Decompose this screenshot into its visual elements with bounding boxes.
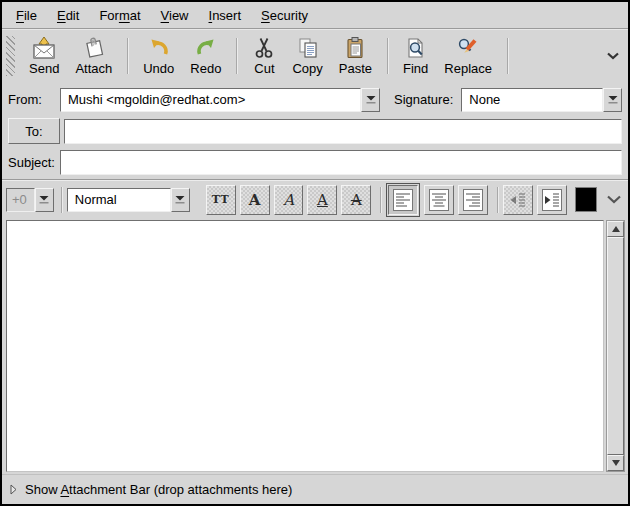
underline-toggle[interactable]: A bbox=[307, 185, 337, 215]
underline-icon: A bbox=[317, 191, 328, 209]
to-row: To: bbox=[2, 116, 628, 146]
format-separator bbox=[497, 187, 498, 213]
combo-arrow-icon bbox=[607, 94, 619, 105]
find-button[interactable]: Find bbox=[395, 33, 436, 79]
signature-dropdown-button[interactable] bbox=[603, 88, 622, 112]
toolbar-button-label: Cut bbox=[254, 61, 274, 76]
from-select-value: Mushi <mgoldin@redhat.com> bbox=[60, 88, 361, 112]
toolbar-separator bbox=[507, 38, 508, 74]
menu-format[interactable]: Format bbox=[91, 5, 148, 26]
toolbar-button-label: Copy bbox=[292, 61, 322, 76]
send-button[interactable]: Send bbox=[21, 33, 67, 79]
bold-toggle[interactable]: A bbox=[240, 185, 270, 215]
message-body-textarea[interactable] bbox=[6, 220, 604, 472]
signature-select[interactable]: None bbox=[461, 88, 622, 112]
format-toolbar: +0 Normal TT A A A A bbox=[2, 180, 628, 219]
send-mail-icon bbox=[32, 36, 56, 60]
paragraph-style-dropdown-button[interactable] bbox=[171, 188, 190, 212]
menu-edit[interactable]: Edit bbox=[49, 5, 87, 26]
undo-button[interactable]: Undo bbox=[135, 33, 182, 79]
font-color-swatch[interactable] bbox=[575, 187, 597, 212]
find-icon bbox=[404, 36, 428, 60]
toolbar-button-label: Redo bbox=[190, 61, 221, 76]
subject-row: Subject: bbox=[2, 146, 628, 179]
from-row: From: Mushi <mgoldin@redhat.com> Signatu… bbox=[2, 83, 628, 116]
menu-security[interactable]: Security bbox=[253, 5, 316, 26]
indent-button[interactable] bbox=[537, 185, 567, 215]
redo-button[interactable]: Redo bbox=[182, 33, 229, 79]
from-dropdown-button[interactable] bbox=[361, 88, 380, 112]
align-left-button[interactable] bbox=[388, 185, 418, 215]
message-body-area bbox=[2, 219, 628, 474]
attach-icon bbox=[82, 36, 106, 60]
strikethrough-toggle[interactable]: A bbox=[341, 185, 371, 215]
menu-file[interactable]: File bbox=[8, 5, 45, 26]
menu-view[interactable]: View bbox=[153, 5, 197, 26]
align-center-icon bbox=[429, 189, 449, 211]
toolbar-button-label: Send bbox=[29, 61, 59, 76]
undo-icon bbox=[147, 36, 171, 60]
scroll-down-button[interactable] bbox=[607, 455, 624, 471]
attachment-bar-label: Show Attachment Bar (drop attachments he… bbox=[25, 482, 292, 497]
strikethrough-icon: A bbox=[351, 191, 362, 209]
attach-button[interactable]: Attach bbox=[67, 33, 120, 79]
toolbar-grip[interactable] bbox=[6, 36, 15, 76]
menubar: File Edit Format View Insert Security bbox=[2, 2, 628, 29]
toolbar-overflow-chevron-icon[interactable] bbox=[604, 47, 622, 65]
cut-button[interactable]: Cut bbox=[244, 33, 284, 79]
combo-arrow-icon bbox=[38, 194, 50, 205]
unindent-button[interactable] bbox=[503, 185, 533, 215]
mail-composer-window: File Edit Format View Insert Security Se… bbox=[0, 0, 630, 506]
combo-arrow-icon bbox=[174, 194, 186, 205]
vertical-scrollbar[interactable] bbox=[606, 220, 625, 472]
menu-insert[interactable]: Insert bbox=[201, 5, 250, 26]
replace-icon bbox=[456, 36, 480, 60]
signature-select-value: None bbox=[461, 88, 603, 112]
toolbar-separator bbox=[236, 38, 237, 74]
paste-button[interactable]: Paste bbox=[331, 33, 380, 79]
typewriter-font-toggle[interactable]: TT bbox=[206, 185, 236, 215]
font-size-select[interactable]: +0 bbox=[6, 188, 54, 212]
scroll-up-button[interactable] bbox=[607, 221, 624, 237]
paste-icon bbox=[343, 36, 367, 60]
signature-label: Signature: bbox=[394, 92, 453, 107]
replace-button[interactable]: Replace bbox=[436, 33, 500, 79]
format-overflow-chevron-icon[interactable] bbox=[605, 190, 624, 210]
scroll-up-arrow-icon bbox=[612, 226, 620, 232]
format-separator bbox=[380, 187, 381, 213]
expander-triangle-icon bbox=[10, 484, 17, 495]
bold-icon: A bbox=[249, 191, 261, 209]
typewriter-icon: TT bbox=[212, 193, 230, 206]
main-toolbar: Send Attach U bbox=[2, 29, 628, 83]
toolbar-button-label: Undo bbox=[143, 61, 174, 76]
cut-icon bbox=[252, 36, 276, 60]
to-input[interactable] bbox=[64, 119, 622, 144]
toolbar-button-label: Paste bbox=[339, 61, 372, 76]
align-right-button[interactable] bbox=[458, 185, 488, 215]
font-size-value: +0 bbox=[6, 188, 35, 212]
indent-icon bbox=[542, 189, 562, 211]
toolbar-separator bbox=[127, 38, 128, 74]
align-left-icon bbox=[393, 189, 413, 211]
editor-frame: +0 Normal TT A A A A bbox=[2, 179, 628, 474]
attachment-bar-toggle[interactable]: Show Attachment Bar (drop attachments he… bbox=[2, 474, 628, 504]
subject-input[interactable] bbox=[60, 150, 622, 175]
font-size-dropdown-button[interactable] bbox=[35, 188, 54, 212]
redo-icon bbox=[194, 36, 218, 60]
align-center-button[interactable] bbox=[424, 185, 454, 215]
scroll-down-arrow-icon bbox=[612, 460, 620, 466]
toolbar-button-label: Find bbox=[403, 61, 428, 76]
unindent-icon bbox=[508, 189, 528, 211]
toolbar-button-label: Replace bbox=[444, 61, 492, 76]
toolbar-button-label: Attach bbox=[75, 61, 112, 76]
to-button[interactable]: To: bbox=[8, 118, 60, 144]
format-separator bbox=[61, 187, 62, 213]
italic-toggle[interactable]: A bbox=[274, 185, 304, 215]
copy-button[interactable]: Copy bbox=[284, 33, 330, 79]
from-select[interactable]: Mushi <mgoldin@redhat.com> bbox=[60, 88, 380, 112]
paragraph-style-select[interactable]: Normal bbox=[67, 188, 190, 212]
copy-icon bbox=[296, 36, 320, 60]
italic-icon: A bbox=[283, 191, 294, 209]
scrollbar-thumb[interactable] bbox=[607, 237, 624, 455]
subject-label: Subject: bbox=[8, 155, 60, 170]
